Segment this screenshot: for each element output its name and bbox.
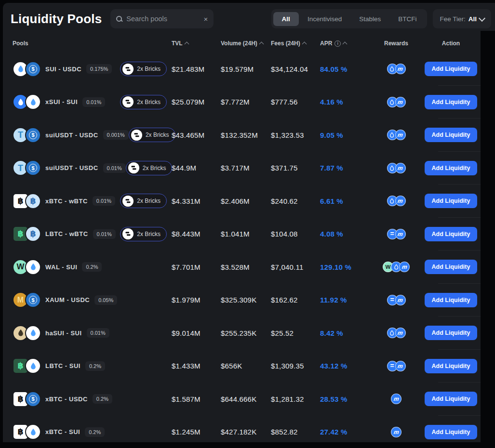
volume-value: $255.235K — [221, 329, 271, 337]
token-pair-icons: ฿ — [13, 358, 41, 374]
apr-value: 7.87 % — [320, 164, 372, 172]
pool-row[interactable]: T$ suiUSDT - USDC 0.001% 2x Bricks $43.4… — [3, 119, 495, 152]
sort-asc-icon[interactable] — [259, 42, 264, 47]
add-liquidity-button[interactable]: Add Liquidity — [425, 62, 478, 76]
pool-pair-name: WAL - SUI — [45, 264, 77, 271]
momentum-reward-icon: m — [395, 361, 406, 371]
column-apr[interactable]: APRi — [320, 40, 372, 47]
add-liquidity-button[interactable]: Add Liquidity — [425, 359, 478, 373]
token-pair-icons: $ — [13, 61, 41, 77]
apr-value: 84.05 % — [320, 65, 372, 73]
rewards-cell: =m — [372, 229, 420, 239]
pool-pair-name: xBTC - USDC — [45, 395, 88, 403]
apr-value: 11.92 % — [320, 296, 372, 304]
momentum-reward-icon: m — [395, 328, 406, 338]
token-pair-icons: T$ — [13, 160, 41, 176]
fee-tier-badge: 0.2% — [85, 361, 105, 371]
pool-row[interactable]: ฿฿ xBTC - wBTC 0.01% 2x Bricks $4.331M $… — [3, 184, 495, 218]
bricks-badge: 2x Bricks — [120, 95, 167, 109]
fees-value: $162.62 — [271, 296, 320, 304]
pool-row[interactable]: $ SUI - USDC 0.175% 2x Bricks $21.483M $… — [3, 53, 495, 86]
fees-value: $371.75 — [271, 164, 320, 172]
bricks-label: 2x Bricks — [137, 198, 161, 204]
pool-pair-name: xBTC - SUI — [45, 428, 80, 435]
column-action: Action — [420, 40, 482, 47]
column-fees[interactable]: Fees (24H) — [271, 40, 320, 47]
volume-value: $2.406M — [221, 197, 271, 205]
momentum-reward-icon: m — [395, 130, 406, 140]
rewards-cell: m — [372, 163, 420, 173]
bricks-icon — [122, 96, 134, 107]
search-input[interactable]: Search pools × — [110, 9, 214, 28]
pool-row[interactable]: M$ XAUM - USDC 0.05% $1.979M $325.309K $… — [3, 284, 495, 317]
add-liquidity-button[interactable]: Add Liquidity — [425, 194, 478, 208]
action-cell: Add Liquidity — [420, 425, 482, 439]
page-title: Liquidity Pools — [11, 12, 102, 26]
fee-tier-dropdown[interactable]: Fee Tier: All — [433, 9, 491, 28]
tab-btcfi[interactable]: BTCFi — [389, 12, 425, 26]
sort-asc-icon[interactable] — [343, 42, 348, 47]
volume-value: $644.666K — [221, 395, 271, 403]
volume-value: $325.309K — [221, 296, 271, 304]
column-tvl[interactable]: TVL — [172, 40, 221, 47]
top-bar: Liquidity Pools Search pools × AllIncent… — [3, 3, 495, 31]
volume-value: $7.772M — [221, 98, 271, 106]
sort-asc-icon[interactable] — [184, 42, 189, 47]
add-liquidity-button[interactable]: Add Liquidity — [425, 425, 478, 439]
tab-incentivised[interactable]: Incentivised — [299, 12, 350, 26]
sort-asc-icon[interactable] — [302, 42, 307, 47]
tab-stables[interactable]: Stables — [350, 12, 389, 26]
pool-row[interactable]: ฿$ xBTC - USDC 0.2% $1.587M $644.666K $1… — [3, 382, 495, 416]
pool-row[interactable]: haSUI - SUI 0.01% $9.014M $255.235K $25.… — [3, 316, 495, 350]
add-liquidity-button[interactable]: Add Liquidity — [425, 95, 478, 109]
bricks-icon — [122, 228, 134, 239]
add-liquidity-button[interactable]: Add Liquidity — [425, 161, 478, 175]
fees-value: $34,124.04 — [271, 65, 320, 73]
tvl-value: $1.433M — [172, 362, 221, 370]
apr-value: 8.42 % — [320, 329, 372, 337]
add-liquidity-button[interactable]: Add Liquidity — [425, 293, 478, 307]
fee-tier-badge: 0.01% — [93, 196, 115, 206]
info-icon[interactable]: i — [334, 40, 341, 47]
rewards-cell: Wm — [372, 262, 420, 272]
bricks-badge: 2x Bricks — [129, 128, 175, 142]
pool-row[interactable]: xSUI - SUI 0.01% 2x Bricks $25.079M $7.7… — [3, 86, 495, 119]
pool-cell: ฿ xBTC - SUI 0.2% — [13, 424, 172, 440]
bricks-badge: 2x Bricks — [120, 62, 167, 76]
add-liquidity-button[interactable]: Add Liquidity — [425, 392, 478, 406]
pool-row[interactable]: ฿ xBTC - SUI 0.2% $1.245M $427.182K $852… — [3, 416, 495, 443]
add-liquidity-button[interactable]: Add Liquidity — [425, 128, 478, 142]
fees-value: $7,040.11 — [271, 263, 320, 271]
clear-search-icon[interactable]: × — [204, 15, 208, 23]
usdc-token-icon: $ — [25, 292, 41, 308]
add-liquidity-button[interactable]: Add Liquidity — [425, 227, 478, 241]
pool-cell: T$ suiUSDT - USDC 0.001% 2x Bricks — [13, 127, 172, 143]
momentum-reward-icon: m — [395, 97, 406, 107]
pool-cell: W WAL - SUI 0.2% — [13, 259, 172, 275]
fees-value: $240.62 — [271, 197, 320, 205]
pool-cell: $ SUI - USDC 0.175% 2x Bricks — [13, 61, 172, 77]
pool-row[interactable]: T$ suiUSDT - USDC 0.01% 2x Bricks $44.9M… — [3, 152, 495, 185]
liquidity-pools-panel: Liquidity Pools Search pools × AllIncent… — [3, 3, 495, 442]
volume-value: $427.182K — [221, 428, 271, 436]
action-cell: Add Liquidity — [420, 128, 482, 142]
token-pair-icons: ฿ — [13, 424, 41, 440]
usdc-token-icon: $ — [25, 391, 41, 407]
column-volume[interactable]: Volume (24H) — [221, 40, 271, 47]
column-rewards: Rewards — [372, 40, 420, 47]
pool-row[interactable]: ฿฿ LBTC - wBTC 0.01% 2x Bricks $8.443M $… — [3, 218, 495, 251]
fee-tier-badge: 0.01% — [93, 229, 116, 239]
add-liquidity-button[interactable]: Add Liquidity — [425, 260, 478, 274]
momentum-reward-icon: m — [391, 427, 401, 437]
add-liquidity-button[interactable]: Add Liquidity — [425, 326, 478, 340]
pool-cell: xSUI - SUI 0.01% 2x Bricks — [13, 94, 172, 110]
pool-row[interactable]: W WAL - SUI 0.2% $7.701M $3.528M $7,040.… — [3, 250, 495, 284]
pool-row[interactable]: ฿ LBTC - SUI 0.2% $1.433M $656K $1,309.3… — [3, 350, 495, 383]
tab-all[interactable]: All — [273, 12, 299, 26]
column-pools: Pools — [13, 40, 172, 47]
fee-tier-badge: 0.01% — [103, 163, 126, 173]
chevron-down-icon — [479, 14, 485, 21]
tvl-value: $4.331M — [172, 197, 221, 205]
action-cell: Add Liquidity — [420, 359, 482, 373]
pool-rows: $ SUI - USDC 0.175% 2x Bricks $21.483M $… — [3, 53, 495, 442]
